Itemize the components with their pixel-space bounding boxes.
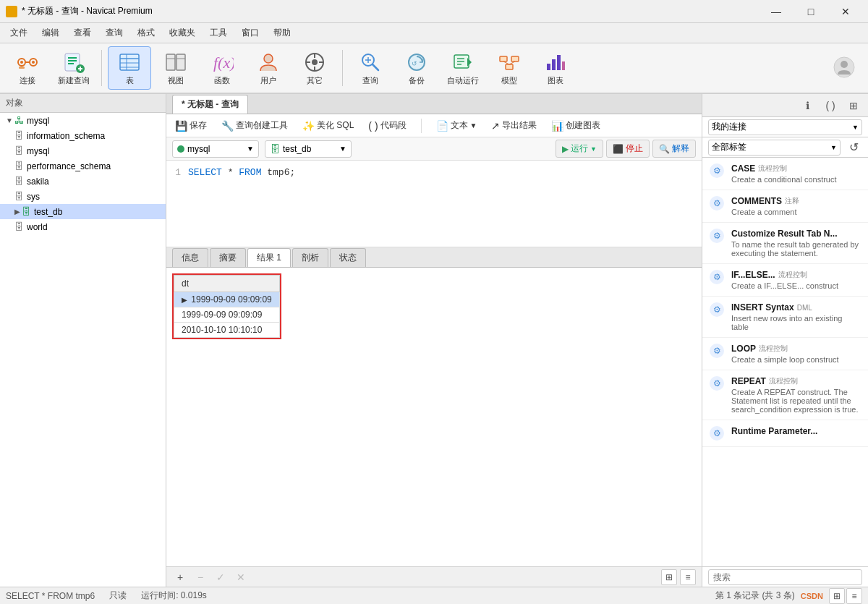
- grid-icon-button[interactable]: ⊞: [845, 97, 862, 114]
- main-toolbar: 连接 新建查询 表: [0, 43, 868, 94]
- menu-query[interactable]: 查询: [98, 24, 130, 42]
- text-button[interactable]: 📄 文本 ▼: [433, 118, 480, 133]
- result-tab-result1[interactable]: 结果 1: [247, 248, 291, 267]
- status-sql: SELECT * FROM tmp6: [6, 591, 95, 601]
- svg-text:↺: ↺: [412, 60, 417, 67]
- snippet-runtime-row: ⚙ Runtime Parameter...: [710, 426, 861, 441]
- snippet-ifelse-desc: Create a IF...ELSE... construct: [731, 281, 838, 290]
- menu-file[interactable]: 文件: [3, 24, 35, 42]
- auto-run-button[interactable]: 自动运行: [441, 46, 485, 90]
- delete-row-button[interactable]: −: [192, 569, 208, 585]
- snippet-item-runtime[interactable]: ⚙ Runtime Parameter...: [702, 420, 868, 447]
- model-button[interactable]: 模型: [488, 46, 531, 90]
- search-input[interactable]: [708, 569, 862, 585]
- snippet-item-insert[interactable]: ⚙ INSERT Syntax DML Insert new rows into…: [702, 297, 868, 338]
- snippet-item-loop[interactable]: ⚙ LOOP 流程控制 Create a simple loop constru…: [702, 338, 868, 370]
- save-button[interactable]: 💾 保存: [172, 118, 210, 133]
- status-grid-btn[interactable]: ⊞: [829, 588, 845, 604]
- snippet-item-repeat[interactable]: ⚙ REPEAT 流程控制 Create A REPEAT construct.…: [702, 370, 868, 420]
- tag-dropdown[interactable]: 全部标签 ▼: [708, 140, 841, 156]
- sql-editor[interactable]: 1 SELECT * FROM tmp6;: [166, 161, 702, 247]
- menu-edit[interactable]: 编辑: [35, 24, 67, 42]
- snippet-button[interactable]: ( ) 代码段: [365, 118, 409, 133]
- database-selector[interactable]: 🗄 test_db ▼: [265, 140, 352, 158]
- avatar-button[interactable]: [826, 46, 862, 90]
- tag-selector: 全部标签 ▼ ↺: [702, 137, 868, 158]
- result-area: dt ▶ 1999-09-09 09:09:09 1999-09-09 09:0…: [166, 268, 702, 566]
- sidebar-item-test-db[interactable]: ▶ 🗄 test_db: [0, 204, 166, 219]
- table-button[interactable]: 表: [108, 46, 151, 90]
- sidebar-item-performance-schema[interactable]: 🗄 performance_schema: [0, 158, 166, 174]
- menu-help[interactable]: 帮助: [266, 24, 298, 42]
- user-button[interactable]: 用户: [247, 46, 290, 90]
- sidebar-item-mysql[interactable]: 🗄 mysql: [0, 143, 166, 158]
- snippet-repeat-icon: ⚙: [710, 376, 724, 391]
- func-button[interactable]: f(x) 函数: [200, 46, 244, 90]
- code-icon-button[interactable]: ( ): [822, 97, 839, 114]
- menu-view[interactable]: 查看: [67, 24, 98, 42]
- grid-view-button[interactable]: ⊞: [661, 569, 677, 585]
- sidebar-item-sakila[interactable]: 🗄 sakila: [0, 174, 166, 189]
- backup-button[interactable]: ↺ 备份: [395, 46, 438, 90]
- snippet-item-customize[interactable]: ⚙ Customize Result Tab N... To name the …: [702, 223, 868, 264]
- add-row-button[interactable]: +: [172, 569, 188, 585]
- table-row-1[interactable]: ▶ 1999-09-09 09:09:09: [174, 292, 280, 307]
- snippet-item-comments[interactable]: ⚙ COMMENTS 注释 Create a comment: [702, 190, 868, 223]
- sidebar-item-sys[interactable]: 🗄 sys: [0, 189, 166, 204]
- sidebar-label-world: world: [27, 222, 48, 232]
- minimize-button[interactable]: —: [760, 0, 793, 23]
- close-button[interactable]: ✕: [829, 0, 862, 23]
- snippet-insert-row: ⚙ INSERT Syntax DML Insert new rows into…: [710, 302, 861, 331]
- menu-format[interactable]: 格式: [130, 24, 162, 42]
- connection-selector[interactable]: mysql ▼: [172, 140, 259, 158]
- run-button[interactable]: ▶ 运行 ▼: [556, 140, 603, 158]
- chart-button[interactable]: 图表: [534, 46, 577, 90]
- snippet-loop-content: LOOP 流程控制 Create a simple loop construct: [731, 344, 839, 364]
- create-chart-button[interactable]: 📊 创建图表: [548, 118, 603, 133]
- explain-button[interactable]: 🔍 解释: [652, 140, 696, 158]
- table-row-2[interactable]: 1999-09-09 09:09:09: [174, 307, 280, 323]
- connect-button[interactable]: 连接: [6, 46, 49, 90]
- snippet-item-case[interactable]: ⚙ CASE 流程控制 Create a conditional constru…: [702, 158, 868, 190]
- content-tab-query[interactable]: * 无标题 - 查询: [172, 95, 248, 114]
- snippet-item-ifelse[interactable]: ⚙ IF...ELSE... 流程控制 Create a IF...ELSE..…: [702, 264, 868, 297]
- view-button[interactable]: 视图: [154, 46, 197, 90]
- my-connection-dropdown[interactable]: 我的连接 ▼: [708, 119, 862, 135]
- snippet-loop-tag: 流程控制: [759, 344, 788, 354]
- db-icon-sys: 🗄: [14, 191, 24, 202]
- list-view-button[interactable]: ≡: [680, 569, 696, 585]
- result-tab-summary[interactable]: 摘要: [210, 248, 246, 267]
- result-tab-profile[interactable]: 剖析: [292, 248, 328, 267]
- query-button[interactable]: 查询: [349, 46, 392, 90]
- menu-tools[interactable]: 工具: [203, 24, 234, 42]
- snippet-ifelse-tag: 流程控制: [778, 270, 807, 280]
- maximize-button[interactable]: □: [794, 0, 827, 23]
- other-button[interactable]: 其它: [293, 46, 336, 90]
- stop-button[interactable]: ⬛ 停止: [606, 140, 650, 158]
- cancel-edit-button[interactable]: ✕: [233, 569, 249, 585]
- sidebar-item-world[interactable]: 🗄 world: [0, 219, 166, 234]
- menu-favorites[interactable]: 收藏夹: [162, 24, 203, 42]
- snippet-icon: ( ): [368, 120, 378, 132]
- tag-refresh-icon[interactable]: ↺: [845, 139, 862, 156]
- beautify-button[interactable]: ✨ 美化 SQL: [299, 118, 357, 133]
- status-list-btn[interactable]: ≡: [846, 588, 862, 604]
- snippet-customize-icon: ⚙: [710, 229, 724, 243]
- export-button[interactable]: ↗ 导出结果: [488, 118, 540, 133]
- db-selectors: mysql ▼ 🗄 test_db ▼ ▶ 运行 ▼ ⬛ 停止 🔍: [166, 137, 702, 161]
- my-connection-label: 我的连接: [712, 121, 746, 133]
- sidebar-item-mysql-root[interactable]: ▼ 🖧 mysql: [0, 113, 166, 128]
- new-query-button[interactable]: 新建查询: [52, 46, 95, 90]
- result-actions: + − ✓ ✕ ⊞ ≡: [166, 566, 702, 587]
- table-row-3[interactable]: 2010-10-10 10:10:10: [174, 323, 280, 338]
- result-actions-right: ⊞ ≡: [661, 569, 696, 585]
- menu-window[interactable]: 窗口: [234, 24, 266, 42]
- sidebar-item-information-schema[interactable]: 🗄 information_schema: [0, 128, 166, 143]
- info-icon-button[interactable]: ℹ: [799, 97, 816, 114]
- confirm-button[interactable]: ✓: [213, 569, 229, 585]
- col-header-dt: dt: [174, 276, 280, 292]
- result-tab-info[interactable]: 信息: [172, 248, 208, 267]
- create-tool-button[interactable]: 🔧 查询创建工具: [218, 118, 291, 133]
- result-tab-status[interactable]: 状态: [330, 248, 366, 267]
- right-panel-header: ℹ ( ) ⊞: [702, 94, 868, 117]
